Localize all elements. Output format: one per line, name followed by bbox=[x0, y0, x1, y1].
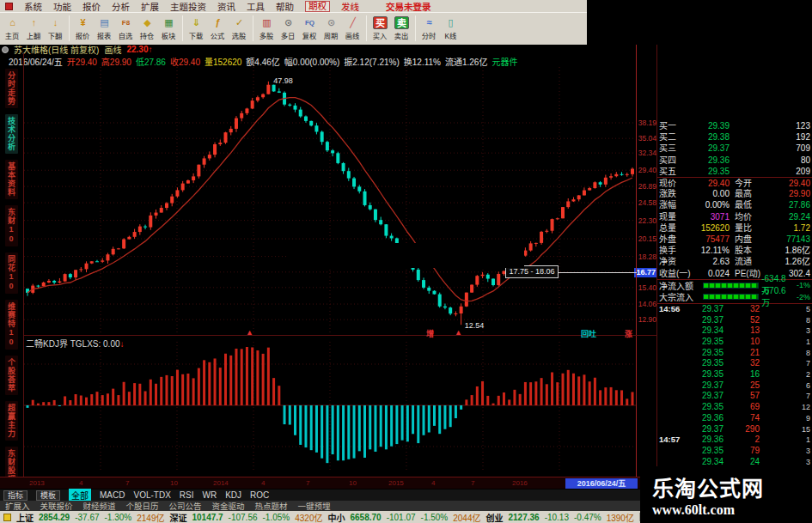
toolbar-button-复权[interactable]: FQ复权 bbox=[299, 14, 321, 43]
candle-body bbox=[74, 270, 77, 277]
index-name-中小[interactable]: 中小 bbox=[327, 511, 345, 523]
tab-item-MACD[interactable]: MACD bbox=[100, 490, 125, 500]
tick-row-12[interactable]: 14:5729.3621 bbox=[657, 435, 812, 446]
toolbar-button-分时[interactable]: ≈分时 bbox=[418, 14, 440, 43]
quote-row-买三[interactable]: 买三29.37709 bbox=[657, 143, 812, 154]
sidebar-item-维赛特10[interactable]: 维赛特10 bbox=[5, 300, 18, 350]
tick-row-5[interactable]: 29.35327 bbox=[657, 358, 812, 369]
quote-row-现价[interactable]: 现价29.40今开29.40 bbox=[657, 177, 812, 188]
hist-bar-up bbox=[171, 376, 174, 405]
tick-list[interactable]: 14:5629.3732529.3752829.3413329.3510129.… bbox=[657, 303, 812, 467]
tab-item-ROC[interactable]: ROC bbox=[250, 490, 269, 500]
toolbar-button-下翻[interactable]: ↓下翻 bbox=[45, 14, 66, 43]
menu-item-7[interactable]: 资讯 bbox=[217, 0, 235, 13]
toolbar-button-多股[interactable]: ▥多股 bbox=[256, 14, 278, 43]
menu-item-2[interactable]: 功能 bbox=[53, 0, 71, 13]
sidebar-item-东财10[interactable]: 东财10 bbox=[5, 205, 18, 246]
tick-row-2[interactable]: 29.34133 bbox=[657, 325, 812, 337]
tick-row-4[interactable]: 29.35218 bbox=[657, 347, 812, 358]
tab-button-模板[interactable]: 模板 bbox=[36, 490, 60, 501]
quote-row-买五[interactable]: 买五29.35209 bbox=[657, 166, 812, 177]
trade-login-status[interactable]: 交易未登录 bbox=[386, 0, 431, 13]
toolbar-button-下载[interactable]: ⇓下载 bbox=[186, 14, 207, 43]
toolbar-button-画线[interactable]: ╱画线 bbox=[342, 14, 363, 43]
quote-row-换手[interactable]: 换手12.11%股本1.86亿 bbox=[657, 245, 812, 256]
link-item-资金驱动[interactable]: 资金驱动 bbox=[212, 500, 245, 512]
menu-item-6[interactable]: 主题投资 bbox=[170, 0, 206, 13]
quote-row-涨幅[interactable]: 涨幅0.00%最低27.86 bbox=[657, 199, 812, 210]
tab-button-指标[interactable]: 指标 bbox=[3, 490, 27, 501]
tick-row-6[interactable]: 29.35162 bbox=[657, 369, 812, 380]
toolbar-button-主页[interactable]: ⌂主页 bbox=[2, 14, 23, 43]
quote-row-买四[interactable]: 买四29.3680 bbox=[657, 155, 812, 166]
tick-row-13[interactable]: 29.35793 bbox=[657, 446, 812, 457]
quote-row-涨跌[interactable]: 涨跌0.00最高29.90 bbox=[657, 188, 812, 199]
menu-item-8[interactable]: 工具 bbox=[247, 0, 265, 13]
quote-row-外盘[interactable]: 外盘75477内盘77143 bbox=[657, 234, 812, 245]
toolbar-button-选股[interactable]: ✓选股 bbox=[229, 14, 250, 43]
quote-row-总量[interactable]: 总量152620量比1.72 bbox=[657, 222, 812, 234]
quote-row-买二[interactable]: 买二29.38192 bbox=[657, 131, 812, 143]
toolbar-button-K线[interactable]: ▯K线 bbox=[440, 14, 461, 43]
toolbar-button-多日[interactable]: ⊙多日 bbox=[278, 14, 299, 43]
menu-item-5[interactable]: 扩展 bbox=[141, 0, 159, 13]
flow-percent: -1% bbox=[797, 281, 810, 289]
tick-row-7[interactable]: 29.37256 bbox=[657, 380, 812, 391]
flow-row-大宗流入[interactable]: 大宗流入-670.6万-2% bbox=[657, 291, 812, 303]
toolbar-button-报表[interactable]: ▤报表 bbox=[94, 14, 115, 43]
menu-item-9[interactable]: 帮助 bbox=[276, 0, 294, 13]
indicator-title[interactable]: 二畅KDJ界 bbox=[26, 339, 68, 349]
link-item-热点题材[interactable]: 热点题材 bbox=[255, 500, 288, 512]
menu-item-fx[interactable]: 发线 bbox=[341, 0, 359, 13]
toolbar-button-公式[interactable]: ƒ公式 bbox=[207, 14, 229, 43]
quote-row-净资[interactable]: 净资2.63流通1.26亿 bbox=[657, 256, 812, 267]
tab-item-RSI[interactable]: RSI bbox=[180, 490, 194, 500]
tick-row-3[interactable]: 29.35101 bbox=[657, 337, 812, 348]
hist-bar-up bbox=[101, 395, 104, 405]
toolbar-button-板块[interactable]: ▦板块 bbox=[158, 14, 180, 43]
index-name-创业[interactable]: 创业 bbox=[485, 511, 503, 523]
sidebar-item-同花10[interactable]: 同花10 bbox=[5, 252, 18, 294]
menu-item-options[interactable]: 期权 bbox=[305, 1, 330, 12]
tab-item-VOL-TDX[interactable]: VOL-TDX bbox=[133, 490, 170, 500]
hist-bar-up bbox=[37, 404, 40, 405]
toolbar-button-卖出[interactable]: 卖卖出 bbox=[391, 14, 412, 43]
kdj-histogram-pane[interactable] bbox=[24, 342, 636, 471]
tick-row-0[interactable]: 14:5629.37325 bbox=[657, 304, 812, 315]
candlestick-chart[interactable] bbox=[24, 67, 636, 335]
link-item-财经频道[interactable]: 财经频道 bbox=[83, 500, 116, 512]
menu-item-1[interactable]: 系统 bbox=[24, 0, 42, 13]
tick-row-10[interactable]: 29.36749 bbox=[657, 413, 812, 424]
tick-volume: 69 bbox=[723, 402, 760, 412]
toolbar-button-自选[interactable]: F8自选 bbox=[115, 14, 137, 43]
tick-row-8[interactable]: 29.37577 bbox=[657, 391, 812, 402]
toolbar-button-报价[interactable]: ¥报价 bbox=[72, 14, 94, 43]
toolbar-button-上翻[interactable]: ↑上翻 bbox=[23, 14, 45, 43]
sidebar-item-个股荟萃[interactable]: 个股荟萃 bbox=[5, 356, 18, 395]
menu-item-3[interactable]: 报价 bbox=[82, 0, 101, 13]
tick-row-11[interactable]: 29.3729015 bbox=[657, 423, 812, 435]
tab-item-WR[interactable]: WR bbox=[203, 490, 217, 500]
tick-row-1[interactable]: 29.37528 bbox=[657, 314, 812, 325]
link-item-关联报价[interactable]: 关联报价 bbox=[40, 500, 73, 512]
toolbar-button-持仓[interactable]: ◆持仓 bbox=[137, 14, 158, 43]
tick-count: 9 bbox=[760, 413, 810, 423]
sidebar-item-超赢主力[interactable]: 超赢主力 bbox=[5, 401, 18, 441]
toolbar-label: 画线 bbox=[345, 30, 360, 40]
draw-mode-label[interactable]: 画线 bbox=[104, 43, 121, 56]
quote-row-现量[interactable]: 现量3071均价29.24 bbox=[657, 211, 812, 222]
tab-item-KDJ[interactable]: KDJ bbox=[225, 490, 241, 500]
tick-price: 29.37 bbox=[686, 380, 723, 391]
quote-row-买一[interactable]: 买一29.39123 bbox=[657, 120, 812, 131]
tick-row-9[interactable]: 29.356912 bbox=[657, 402, 812, 413]
toolbar-button-周期[interactable]: ⊙周期 bbox=[321, 14, 342, 43]
toolbar-label: K线 bbox=[445, 30, 457, 40]
menu-item-4[interactable]: 分析 bbox=[112, 0, 130, 13]
hist-bar-down bbox=[438, 405, 441, 434]
toolbar-button-买入[interactable]: 买买入 bbox=[369, 14, 391, 43]
sidebar-item-技术分析[interactable]: 技术分析 bbox=[5, 114, 18, 154]
index-name-深证[interactable]: 深证 bbox=[169, 511, 186, 523]
sidebar-item-基本资料[interactable]: 基本资料 bbox=[5, 160, 18, 199]
index-name-上证[interactable]: 上证 bbox=[16, 511, 34, 523]
sidebar-item-分时走势[interactable]: 分时走势 bbox=[5, 69, 18, 108]
